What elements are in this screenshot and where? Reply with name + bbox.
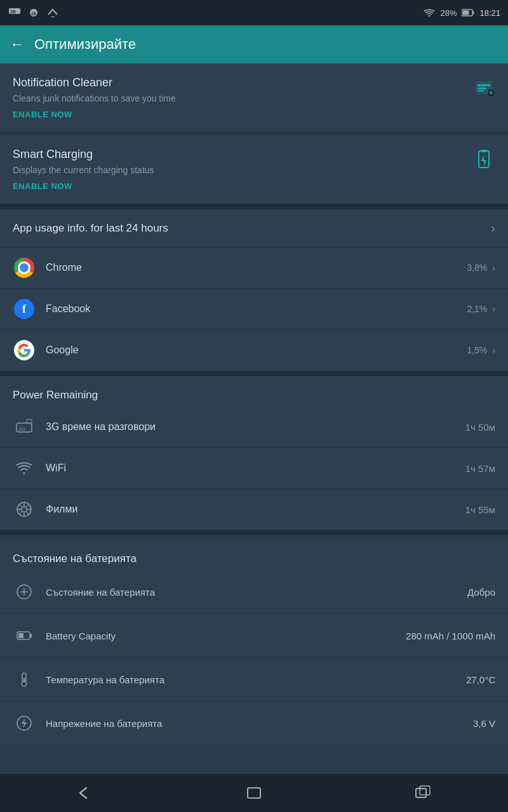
battery-voltage-value: 3,6 V [473, 718, 495, 729]
svg-rect-16 [481, 150, 486, 152]
svg-rect-36 [18, 633, 23, 638]
svg-rect-8 [478, 84, 490, 86]
recent-nav-button[interactable] [404, 780, 443, 806]
notification-cleaner-card: Notification Cleaner Cleans junk notific… [0, 63, 508, 133]
svg-rect-42 [248, 788, 260, 798]
app-row-chrome[interactable]: Chrome 3,8% › [0, 247, 508, 289]
facebook-icon: f [14, 299, 34, 319]
battery-state-icon [13, 580, 36, 603]
battery-status-title: Състояние на батерията [13, 553, 495, 565]
svg-rect-6 [463, 11, 469, 15]
page-title: Оптимизирайте [34, 36, 136, 53]
google-usage: 1,5% [467, 345, 487, 355]
svg-line-28 [26, 511, 29, 514]
chrome-icon [14, 258, 34, 278]
google-chevron: › [492, 345, 495, 355]
svg-rect-5 [473, 11, 474, 15]
notification-cleaner-title: Notification Cleaner [13, 76, 495, 89]
smart-charging-card: Smart Charging Displays the current char… [0, 135, 508, 204]
battery-capacity-row: Battery Capacity 280 mAh / 1000 mAh [0, 614, 508, 658]
svg-marker-17 [481, 155, 486, 166]
wifi-value: 1ч 57м [465, 463, 495, 474]
google-icon [14, 340, 34, 360]
wifi-signal-icon [424, 8, 435, 17]
battery-state-label: Състояние на батерията [46, 587, 467, 598]
3g-icon: 3G [13, 416, 36, 438]
google-name: Google [46, 344, 467, 356]
app-usage-title: App usage info. for last 24 hours [13, 222, 168, 235]
wifi-icon [13, 457, 36, 480]
battery-capacity-icon [13, 624, 36, 647]
content-area: Notification Cleaner Cleans junk notific… [0, 63, 508, 774]
battery-status-header: Състояние на батерията [0, 540, 508, 570]
app-row-google[interactable]: Google 1,5% › [0, 330, 508, 370]
back-button[interactable]: ← [10, 36, 24, 53]
chrome-icon-container [13, 256, 36, 279]
svg-line-30 [19, 511, 22, 514]
facebook-name: Facebook [46, 303, 467, 315]
battery-voltage-label: Напрежение на батерията [46, 718, 473, 729]
svg-rect-43 [416, 789, 426, 797]
chrome-name: Chrome [46, 262, 467, 273]
power-remaining-header: Power Remaining [0, 376, 508, 407]
divider-2 [0, 371, 508, 376]
app-usage-header[interactable]: App usage info. for last 24 hours › [0, 209, 508, 247]
notification-icon-1: 2B [8, 6, 22, 20]
svg-rect-35 [30, 634, 32, 638]
google-icon-container [13, 339, 36, 362]
svg-rect-20 [27, 419, 32, 423]
battery-percent: 28% [440, 8, 457, 18]
power-remaining-section: Power Remaining 3G 3G време на разговори… [0, 376, 508, 530]
status-bar-right: 28% 18:21 [424, 8, 500, 18]
status-bar: 2B 28 28% 18:21 [0, 0, 508, 25]
power-remaining-title: Power Remaining [13, 389, 495, 402]
battery-section: Състояние на батерията Състояние на бате… [0, 540, 508, 745]
bottom-nav [0, 774, 508, 812]
movies-value: 1ч 55м [465, 504, 495, 515]
chrome-chevron: › [492, 263, 495, 273]
chrome-usage: 3,8% [467, 263, 487, 273]
battery-temp-row: Температура на батерията 27,0°C [0, 658, 508, 702]
battery-capacity-label: Battery Capacity [46, 631, 406, 641]
svg-text:2B: 2B [10, 10, 16, 14]
battery-state-value: Добро [467, 587, 495, 598]
svg-text:3G: 3G [18, 426, 25, 432]
status-bar-left: 2B 28 [8, 6, 60, 20]
wifi-label: WiFi [46, 462, 465, 474]
3g-value: 1ч 50м [465, 422, 495, 433]
smart-charging-enable[interactable]: ENABLE NOW [13, 181, 495, 191]
back-nav-button[interactable] [65, 780, 104, 806]
svg-line-29 [26, 504, 29, 508]
notification-cleaner-icon [472, 76, 495, 99]
power-row-movies: Филми 1ч 55м [0, 489, 508, 530]
power-row-wifi: WiFi 1ч 57м [0, 448, 508, 489]
time-display: 18:21 [479, 8, 500, 18]
svg-line-27 [19, 504, 22, 508]
app-usage-section: App usage info. for last 24 hours › Chro… [0, 209, 508, 371]
smart-charging-title: Smart Charging [13, 148, 495, 161]
svg-marker-41 [22, 718, 27, 728]
notification-cleaner-enable[interactable]: ENABLE NOW [13, 110, 495, 119]
battery-temp-label: Температура на батерията [46, 674, 466, 685]
battery-voltage-row: Напрежение на батерията 3,6 V [0, 702, 508, 745]
smart-charging-desc: Displays the current charging status [13, 165, 495, 175]
power-row-3g: 3G 3G време на разговори 1ч 50м [0, 407, 508, 448]
home-nav-button[interactable] [235, 780, 273, 806]
app-row-facebook[interactable]: f Facebook 2,1% › [0, 289, 508, 330]
app-usage-chevron: › [491, 221, 495, 235]
svg-rect-44 [420, 786, 430, 795]
battery-capacity-value: 280 mAh / 1000 mAh [406, 631, 495, 641]
svg-rect-9 [478, 88, 486, 89]
divider-3 [0, 530, 508, 535]
divider-1 [0, 204, 508, 209]
notification-cleaner-desc: Cleans junk notifications to save you ti… [13, 93, 495, 103]
svg-rect-10 [478, 90, 484, 91]
battery-state-row: Състояние на батерията Добро [0, 570, 508, 614]
movie-icon [13, 498, 36, 521]
3g-label: 3G време на разговори [46, 421, 465, 433]
movies-label: Филми [46, 504, 465, 515]
facebook-chevron: › [492, 304, 495, 314]
facebook-usage: 2,1% [467, 304, 487, 314]
thermometer-icon [13, 668, 36, 691]
top-bar: ← Оптимизирайте [0, 25, 508, 63]
